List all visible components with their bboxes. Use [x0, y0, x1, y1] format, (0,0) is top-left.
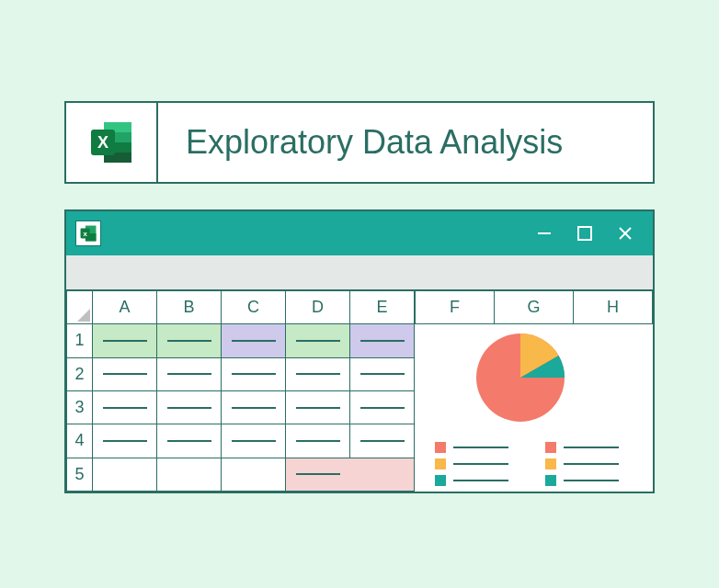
cell-d4[interactable] [286, 424, 350, 458]
cell-d1[interactable] [286, 324, 350, 357]
cell-c4[interactable] [222, 424, 286, 458]
excel-logo-large: X [66, 103, 158, 182]
embedded-chart[interactable] [415, 324, 653, 492]
col-header-b[interactable]: B [157, 291, 222, 324]
svg-text:x: x [83, 230, 87, 238]
col-header-e[interactable]: E [350, 291, 415, 324]
cell-e3[interactable] [350, 390, 415, 424]
cell-c2[interactable] [222, 357, 286, 390]
cell-b1[interactable] [157, 324, 222, 357]
cell-d5[interactable] [286, 458, 350, 491]
cell-c5[interactable] [222, 458, 286, 491]
minimize-button[interactable] [535, 224, 554, 243]
legend-item [545, 458, 619, 469]
legend-item [545, 442, 619, 453]
col-header-g[interactable]: G [495, 291, 574, 324]
cell-grid[interactable]: A B C D E 1 2 [66, 290, 415, 492]
cell-d3[interactable] [286, 390, 350, 424]
cell-b2[interactable] [157, 357, 222, 390]
col-header-d[interactable]: D [286, 291, 350, 324]
row-header-3[interactable]: 3 [67, 390, 93, 424]
close-button[interactable] [616, 224, 634, 243]
ribbon-area [66, 255, 653, 290]
col-header-h[interactable]: H [574, 291, 653, 324]
svg-rect-12 [578, 227, 591, 240]
row-header-5[interactable]: 5 [67, 458, 93, 491]
cell-d2[interactable] [286, 357, 350, 390]
cell-b3[interactable] [157, 390, 222, 424]
worksheet: A B C D E 1 2 [66, 290, 653, 492]
titlebar: x [66, 211, 653, 255]
cell-c1[interactable] [222, 324, 286, 357]
cell-e4[interactable] [350, 424, 415, 458]
pie-chart-icon [474, 332, 566, 424]
spreadsheet-window: x A B C D E [64, 209, 655, 493]
maximize-button[interactable] [576, 224, 594, 243]
cell-a3[interactable] [93, 390, 157, 424]
cell-a2[interactable] [93, 357, 157, 390]
cell-e1[interactable] [350, 324, 415, 357]
select-all-corner[interactable] [67, 291, 93, 324]
row-header-1[interactable]: 1 [67, 324, 93, 357]
legend-item [545, 475, 619, 486]
col-header-c[interactable]: C [222, 291, 286, 324]
cell-a1[interactable] [93, 324, 157, 357]
chart-area: F G H [415, 290, 653, 492]
legend-item [435, 475, 508, 486]
svg-marker-15 [77, 309, 90, 322]
cell-b4[interactable] [157, 424, 222, 458]
legend-item [435, 458, 508, 469]
svg-text:X: X [97, 133, 108, 152]
row-header-4[interactable]: 4 [67, 424, 93, 458]
chart-legend [435, 442, 644, 486]
window-controls [535, 224, 653, 243]
legend-item [435, 442, 508, 453]
excel-icon-small: x [75, 220, 101, 246]
col-header-a[interactable]: A [93, 291, 157, 324]
cell-a4[interactable] [93, 424, 157, 458]
cell-c3[interactable] [222, 390, 286, 424]
cell-b5[interactable] [157, 458, 222, 491]
col-header-f[interactable]: F [416, 291, 495, 324]
cell-a5[interactable] [93, 458, 157, 491]
cell-e2[interactable] [350, 357, 415, 390]
banner-title: Exploratory Data Analysis [158, 103, 653, 182]
row-header-2[interactable]: 2 [67, 357, 93, 390]
title-banner: X Exploratory Data Analysis [64, 101, 655, 184]
cell-e5[interactable] [350, 458, 415, 491]
